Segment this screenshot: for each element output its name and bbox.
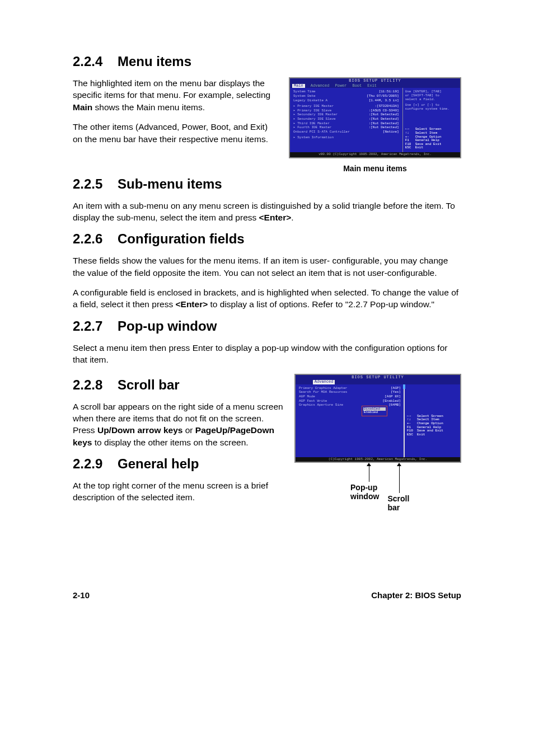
bios-tab-exit: Exit	[367, 84, 377, 88]
popup-option: Enabled	[363, 411, 386, 415]
bios-screenshot-popup: BIOS SETUP UTILITY Main Advanced Primary…	[294, 374, 461, 463]
para-bold: Main	[73, 102, 92, 112]
bios-left-panel: System Time[11:51:19] System Date[Thu 07…	[290, 88, 402, 152]
bios-row-val: [Enabled]	[383, 400, 401, 403]
heading-title: Configuration fields	[118, 231, 245, 246]
bios-row-label: ▸ Primary IDE Slave	[293, 109, 331, 113]
bios-row-label: System Date	[293, 95, 316, 98]
para-229: At the top right corner of the menu scre…	[73, 480, 284, 504]
heading-225: 2.2.5Sub-menu items	[73, 176, 461, 192]
bios-row-label: ▸ Primary IDE Master	[293, 105, 334, 109]
bios-tab-boot: Boot	[352, 84, 362, 88]
bios-key: ESC	[407, 433, 415, 437]
para-224a: The highlighted item on the menu bar dis…	[73, 77, 279, 113]
bios-row-label: ▸ System Information	[293, 136, 334, 140]
page-number: 2-10	[73, 590, 90, 600]
heading-num: 2.2.5	[73, 176, 118, 192]
heading-num: 2.2.8	[73, 377, 118, 393]
bios-scrollbar-track	[404, 384, 405, 457]
para-text: shows the Main menu items.	[92, 102, 205, 112]
para-text: to display a list of options. Refer to "…	[208, 299, 434, 309]
para-bold: <Enter>	[259, 213, 292, 222]
callout-line	[369, 466, 369, 482]
bios-row-val: [Yes]	[391, 391, 401, 395]
bios-key-desc: Exit	[415, 146, 423, 150]
bios-row-val: [64MB]	[388, 403, 401, 407]
bios-help-line: configure system time.	[405, 107, 458, 111]
figure-caption-main: Main menu items	[289, 164, 461, 173]
bios-row-label: AGP Fast Write	[299, 400, 327, 403]
bios-row-label: Legacy Diskette A	[293, 99, 327, 103]
bios-row-val: :[Not Detected]	[369, 113, 399, 117]
para-226b: A configurable field is enclosed in brac…	[73, 287, 461, 311]
heading-num: 2.2.6	[73, 231, 118, 247]
bios-row-label: AGP Mode	[299, 395, 315, 399]
bios-footer: (C)Copyright 1985-2002, American Megatre…	[296, 457, 460, 462]
bios-row-val: [Thu 07/05/2005]	[367, 95, 399, 98]
bios-help-panel: Use [ENTER], [TAB] or [SHIFT-TAB] to sel…	[402, 88, 460, 152]
heading-229: 2.2.9General help	[73, 456, 284, 472]
bios-row-label: Onboard PCI S-ATA Controller	[293, 130, 350, 134]
bios-row-label: Graphics Aperture Size	[299, 403, 343, 407]
heading-num: 2.2.7	[73, 318, 118, 334]
callout-scroll-label: Scroll bar	[387, 494, 411, 512]
bios-row-label: ▸ Secondary IDE Slave	[293, 118, 336, 121]
heading-title: Pop-up window	[118, 318, 217, 334]
para-227: Select a menu item then press Enter to d…	[73, 342, 461, 366]
bios-row-label: ▸ Third IDE Master	[293, 122, 330, 126]
bios-tab-advanced: Advanced	[311, 84, 330, 88]
chapter-label: Chapter 2: BIOS Setup	[371, 590, 461, 600]
para-225: An item with a sub-menu on any menu scre…	[73, 200, 461, 224]
bios-left-panel: Primary Graphics Adapter[AGP] Search for…	[296, 384, 404, 457]
bios-screenshot-main: BIOS SETUP UTILITY Main Advanced Power B…	[289, 77, 461, 158]
bios-row-label: System Time	[293, 90, 316, 94]
heading-227: 2.2.7Pop-up window	[73, 318, 461, 334]
bios-scrollbar-thumb	[403, 384, 405, 389]
heading-num: 2.2.4	[73, 54, 118, 69]
bios-tab-main: Main	[292, 84, 305, 88]
bios-tab-power: Power	[335, 84, 346, 88]
bios-row-val: :[ST320413A]	[374, 105, 399, 109]
bios-row-val: [AGP]	[391, 387, 401, 391]
bios-help-line: select a field.	[405, 98, 458, 102]
bios-menubar: Main Advanced	[296, 380, 460, 384]
heading-228: 2.2.8Scroll bar	[73, 377, 284, 393]
bios-row-val: [Native]	[383, 130, 399, 134]
bios-footer: v00.00 (C)Copyright 1985-2002, American …	[290, 152, 460, 157]
bios-row-val: :[Not Detected]	[369, 118, 399, 121]
para-228: A scroll bar appears on the right side o…	[73, 401, 284, 449]
heading-title: Scroll bar	[118, 377, 180, 392]
bios-row-label: Search for MDA Resources	[299, 391, 347, 395]
callout-popup-label: Pop-up window	[350, 483, 387, 501]
bios-popup: Disabled Enabled	[362, 406, 387, 416]
bios-row-val: [11:51:19]	[379, 90, 399, 94]
heading-224: 2.2.4Menu items	[73, 54, 461, 69]
heading-num: 2.2.9	[73, 456, 118, 472]
para-bold: <Enter>	[176, 299, 208, 309]
bios-menubar: Main Advanced Power Boot Exit	[290, 84, 460, 88]
heading-226: 2.2.6Configuration fields	[73, 231, 461, 247]
bios-tab-advanced: Advanced	[313, 380, 335, 384]
bios-key-desc: Exit	[417, 433, 425, 437]
para-text: to display the other items on the screen…	[92, 438, 248, 447]
para-bold: Up/Down arrow keys	[97, 425, 182, 435]
bios-row-val: :[Not Detected]	[369, 122, 399, 126]
bios-row-val: :[ASUS CD-S340]	[369, 109, 399, 113]
heading-title: General help	[118, 456, 199, 471]
bios-key: ESC	[405, 146, 413, 150]
para-text: .	[291, 213, 293, 222]
bios-row-label: ▸ Secondary IDE Master	[293, 113, 338, 117]
para-224b: The other items (Advanced, Power, Boot, …	[73, 121, 279, 145]
bios-help-panel: ←→Select Screen ↑↓Select Item +-Change O…	[404, 384, 460, 457]
heading-title: Menu items	[118, 54, 191, 69]
para-text: The highlighted item on the menu bar dis…	[73, 78, 270, 100]
bios-row-val: [1.44M, 3.5 in]	[369, 99, 399, 103]
page-footer: 2-10 Chapter 2: BIOS Setup	[73, 590, 461, 600]
para-text: or	[182, 425, 195, 435]
heading-title: Sub-menu items	[118, 176, 222, 191]
bios-row-val: :[Not Detected]	[369, 126, 399, 130]
para-226a: These fields show the values for the men…	[73, 255, 461, 279]
bios-row-label: ▸ Fourth IDE Master	[293, 126, 331, 130]
callout-line	[399, 466, 400, 493]
bios-row-label: Primary Graphics Adapter	[299, 387, 347, 391]
